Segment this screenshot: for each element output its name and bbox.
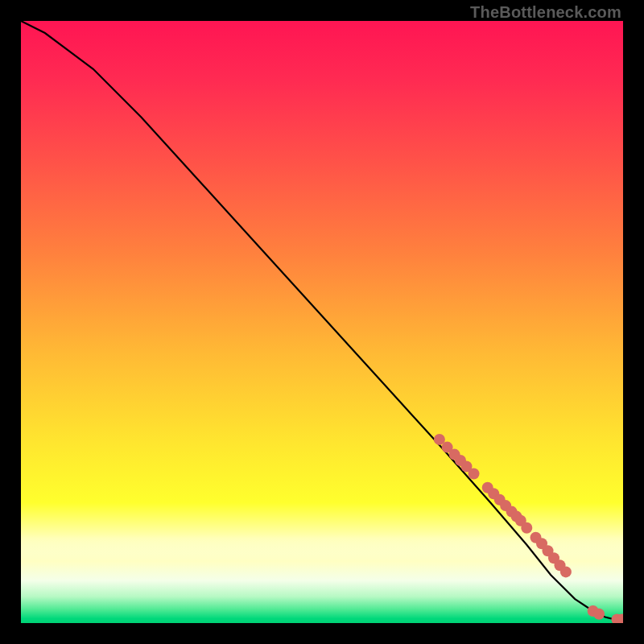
chart-frame: TheBottleneck.com	[0, 0, 644, 644]
gradient-plot-area	[21, 21, 623, 623]
watermark-text: TheBottleneck.com	[470, 3, 621, 22]
